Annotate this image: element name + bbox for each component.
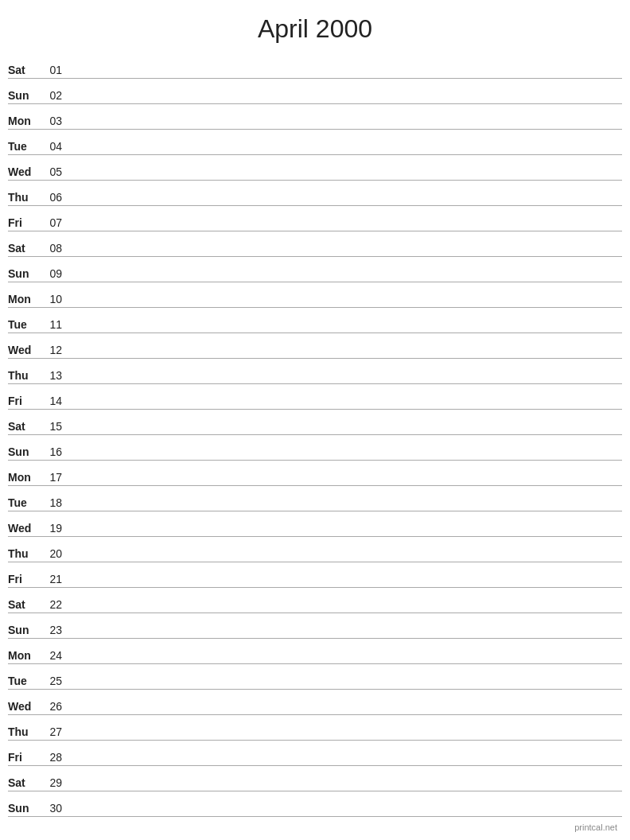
day-row: Fri14 xyxy=(8,384,622,410)
day-line xyxy=(68,610,622,611)
day-line xyxy=(68,356,622,356)
day-number: 05 xyxy=(40,165,62,178)
day-line xyxy=(68,508,622,509)
day-line xyxy=(68,228,622,229)
day-row: Thu20 xyxy=(8,537,622,562)
day-number: 10 xyxy=(40,293,62,305)
day-row: Wed19 xyxy=(8,511,622,537)
day-number: 27 xyxy=(40,725,62,738)
day-row: Sat22 xyxy=(8,588,622,613)
day-row: Sat08 xyxy=(8,231,622,257)
day-line xyxy=(68,661,622,662)
day-name: Tue xyxy=(8,318,40,331)
day-line xyxy=(68,203,622,204)
day-name: Wed xyxy=(8,165,40,178)
day-number: 09 xyxy=(40,267,62,280)
day-line xyxy=(68,737,622,738)
day-number: 13 xyxy=(40,369,62,382)
day-number: 02 xyxy=(40,89,62,102)
day-row: Sun09 xyxy=(8,257,622,282)
day-row: Sun02 xyxy=(8,79,622,104)
day-name: Sat xyxy=(8,598,40,611)
day-number: 17 xyxy=(40,471,62,484)
day-line xyxy=(68,152,622,153)
day-name: Sun xyxy=(8,445,40,458)
day-row: Mon17 xyxy=(8,461,622,486)
day-number: 19 xyxy=(40,522,62,535)
day-name: Sat xyxy=(8,776,40,789)
day-line xyxy=(68,305,622,305)
day-name: Fri xyxy=(8,573,40,585)
day-line xyxy=(68,101,622,102)
day-name: Wed xyxy=(8,344,40,356)
day-number: 28 xyxy=(40,751,62,764)
day-row: Sun16 xyxy=(8,435,622,461)
day-number: 20 xyxy=(40,547,62,560)
day-row: Tue18 xyxy=(8,486,622,511)
day-number: 15 xyxy=(40,420,62,433)
day-name: Mon xyxy=(8,649,40,662)
day-number: 16 xyxy=(40,445,62,458)
day-row: Fri21 xyxy=(8,562,622,588)
day-line xyxy=(68,788,622,789)
day-name: Tue xyxy=(8,496,40,509)
day-line xyxy=(68,381,622,382)
day-number: 03 xyxy=(40,115,62,127)
day-row: Wed26 xyxy=(8,690,622,715)
day-row: Tue11 xyxy=(8,308,622,333)
day-line xyxy=(68,76,622,76)
day-number: 08 xyxy=(40,242,62,255)
day-row: Thu13 xyxy=(8,359,622,384)
day-line xyxy=(68,585,622,585)
day-name: Fri xyxy=(8,751,40,764)
day-line xyxy=(68,686,622,687)
day-name: Thu xyxy=(8,369,40,382)
day-number: 01 xyxy=(40,64,62,76)
day-line xyxy=(68,279,622,280)
day-line xyxy=(68,814,622,815)
day-name: Tue xyxy=(8,140,40,153)
day-name: Mon xyxy=(8,115,40,127)
day-row: Fri28 xyxy=(8,741,622,766)
page-title: April 2000 xyxy=(0,0,630,53)
day-number: 11 xyxy=(40,318,62,331)
day-number: 04 xyxy=(40,140,62,153)
day-name: Sun xyxy=(8,802,40,815)
day-row: Mon24 xyxy=(8,639,622,664)
day-number: 18 xyxy=(40,496,62,509)
day-row: Thu27 xyxy=(8,715,622,741)
day-row: Sun30 xyxy=(8,791,622,817)
day-line xyxy=(68,763,622,764)
day-row: Sun23 xyxy=(8,613,622,639)
day-number: 25 xyxy=(40,675,62,687)
day-line xyxy=(68,330,622,331)
day-line xyxy=(68,534,622,535)
day-name: Sun xyxy=(8,267,40,280)
day-name: Tue xyxy=(8,675,40,687)
day-line xyxy=(68,126,622,127)
day-name: Mon xyxy=(8,293,40,305)
day-number: 29 xyxy=(40,776,62,789)
day-line xyxy=(68,177,622,178)
day-line xyxy=(68,483,622,484)
day-row: Mon10 xyxy=(8,282,622,308)
day-name: Fri xyxy=(8,216,40,229)
day-number: 23 xyxy=(40,624,62,636)
day-line xyxy=(68,636,622,636)
day-name: Thu xyxy=(8,547,40,560)
day-row: Fri07 xyxy=(8,206,622,231)
day-number: 14 xyxy=(40,395,62,407)
day-row: Sat01 xyxy=(8,53,622,79)
day-row: Sat15 xyxy=(8,410,622,435)
day-name: Fri xyxy=(8,395,40,407)
day-name: Sat xyxy=(8,64,40,76)
day-row: Tue04 xyxy=(8,130,622,155)
day-number: 22 xyxy=(40,598,62,611)
day-number: 06 xyxy=(40,191,62,204)
day-name: Wed xyxy=(8,700,40,713)
day-number: 24 xyxy=(40,649,62,662)
day-name: Sat xyxy=(8,420,40,433)
day-line xyxy=(68,559,622,560)
day-number: 26 xyxy=(40,700,62,713)
day-number: 07 xyxy=(40,216,62,229)
